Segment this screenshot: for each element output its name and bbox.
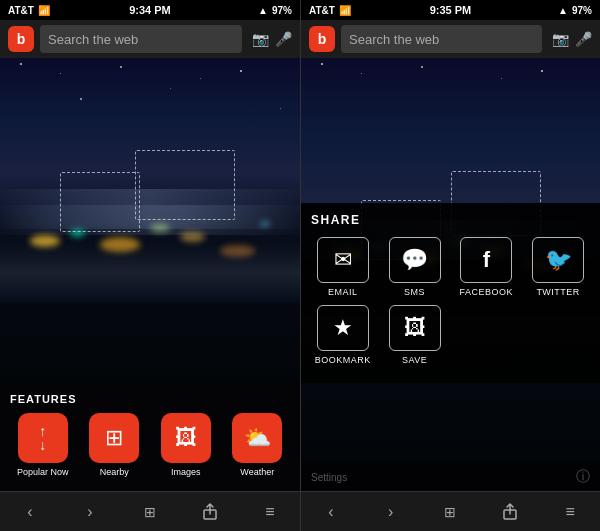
app-logo-left: b [8,26,34,52]
email-icon-box: ✉ [317,237,369,283]
battery-right: 97% [572,5,592,16]
location-icon-right: ▲ [558,5,568,16]
battery-left: 97% [272,5,292,16]
weather-label: Weather [240,467,274,477]
nav-share-left[interactable] [192,494,228,530]
popular-now-icon: ↑↓ [39,424,46,452]
sms-label: SMS [404,287,425,297]
nav-grid-left[interactable]: ⊞ [132,494,168,530]
camera-icon-left[interactable]: 📷 [252,31,269,47]
email-icon: ✉ [334,247,352,273]
share-bookmark[interactable]: ★ BOOKMARK [311,305,375,365]
mic-icon-left[interactable]: 🎤 [275,31,292,47]
images-icon: 🖼 [175,425,197,451]
share-sms[interactable]: 💬 SMS [383,237,447,297]
search-icons-right: 📷 🎤 [552,31,592,47]
facebook-label: FACEBOOK [460,287,514,297]
wifi-icon-right: 📶 [339,5,351,16]
status-right-left: ▲ 97% [258,5,292,16]
nearby-icon-box: ⊞ [89,413,139,463]
share-placeholder-1 [455,305,519,365]
status-bar-right: AT&T 📶 9:35 PM ▲ 97% [301,0,600,20]
app-logo-right: b [309,26,335,52]
search-placeholder-right: Search the web [349,32,439,47]
save-label: SAVE [402,355,427,365]
nav-forward-left[interactable]: › [72,494,108,530]
twitter-icon: 🐦 [545,247,572,273]
twitter-label: TWITTER [536,287,580,297]
share-twitter[interactable]: 🐦 TWITTER [526,237,590,297]
nav-share-right[interactable] [492,494,528,530]
weather-icon-box: ⛅ [232,413,282,463]
settings-bar-text: Settings [311,472,347,483]
popular-now-label: Popular Now [17,467,69,477]
features-section: FEATURES ↑↓ Popular Now ⊞ Nearby 🖼 [0,385,300,491]
twitter-icon-box: 🐦 [532,237,584,283]
share-placeholder-2 [526,305,590,365]
time-right: 9:35 PM [430,4,472,16]
nav-grid-right[interactable]: ⊞ [432,494,468,530]
time-left: 9:34 PM [129,4,171,16]
mic-icon-right[interactable]: 🎤 [575,31,592,47]
share-facebook[interactable]: f FACEBOOK [455,237,519,297]
save-icon-box: 🖼 [389,305,441,351]
status-left: AT&T 📶 [8,5,50,16]
selection-rect-1-left [60,172,140,232]
selection-rect-2-left [135,150,235,220]
features-grid: ↑↓ Popular Now ⊞ Nearby 🖼 Images ⛅ [10,413,290,477]
features-title: FEATURES [10,393,290,405]
status-bar-left: AT&T 📶 9:34 PM ▲ 97% [0,0,300,20]
fog-layer-left [0,243,300,303]
share-overlay: SHARE ✉ EMAIL 💬 SMS f [301,203,600,383]
nav-menu-right[interactable]: ≡ [552,494,588,530]
nav-back-left[interactable]: ‹ [12,494,48,530]
nearby-label: Nearby [100,467,129,477]
feature-images[interactable]: 🖼 Images [153,413,219,477]
wifi-icon-left: 📶 [38,5,50,16]
popular-now-icon-box: ↑↓ [18,413,68,463]
facebook-icon-box: f [460,237,512,283]
share-save[interactable]: 🖼 SAVE [383,305,447,365]
carrier-left: AT&T [8,5,34,16]
bookmark-icon-box: ★ [317,305,369,351]
carrier-right: AT&T [309,5,335,16]
feature-popular-now[interactable]: ↑↓ Popular Now [10,413,76,477]
settings-bar: Settings ⓘ [301,463,600,491]
bg-image-left [0,58,300,385]
images-icon-box: 🖼 [161,413,211,463]
search-bar-left[interactable]: b Search the web 📷 🎤 [0,20,300,58]
save-icon: 🖼 [404,315,426,341]
status-left-right: AT&T 📶 [309,5,351,16]
weather-icon: ⛅ [244,425,271,451]
nav-forward-right[interactable]: › [373,494,409,530]
sms-icon-box: 💬 [389,237,441,283]
share-title: SHARE [311,213,590,227]
search-input-left[interactable]: Search the web [40,25,242,53]
search-bar-right[interactable]: b Search the web 📷 🎤 [301,20,600,58]
images-label: Images [171,467,201,477]
camera-icon-right[interactable]: 📷 [552,31,569,47]
nearby-icon: ⊞ [105,425,123,451]
bookmark-label: BOOKMARK [315,355,371,365]
bottom-nav-left: ‹ › ⊞ ≡ [0,491,300,531]
search-icons-left: 📷 🎤 [252,31,292,47]
info-icon[interactable]: ⓘ [576,468,590,486]
bookmark-icon: ★ [333,315,353,341]
share-row-2: ★ BOOKMARK 🖼 SAVE [311,305,590,365]
status-right-right: ▲ 97% [558,5,592,16]
email-label: EMAIL [328,287,358,297]
search-placeholder-left: Search the web [48,32,138,47]
feature-nearby[interactable]: ⊞ Nearby [82,413,148,477]
share-row-1: ✉ EMAIL 💬 SMS f FACEBOOK [311,237,590,297]
feature-weather[interactable]: ⛅ Weather [225,413,291,477]
left-panel: AT&T 📶 9:34 PM ▲ 97% b Search the web 📷 … [0,0,300,531]
nav-back-right[interactable]: ‹ [313,494,349,530]
nav-menu-left[interactable]: ≡ [252,494,288,530]
bottom-nav-right: ‹ › ⊞ ≡ [301,491,600,531]
facebook-icon: f [483,247,490,273]
bg-image-right: SHARE ✉ EMAIL 💬 SMS f [301,58,600,463]
search-input-right[interactable]: Search the web [341,25,542,53]
right-panel: AT&T 📶 9:35 PM ▲ 97% b Search the web 📷 … [300,0,600,531]
sms-icon: 💬 [401,247,428,273]
share-email[interactable]: ✉ EMAIL [311,237,375,297]
